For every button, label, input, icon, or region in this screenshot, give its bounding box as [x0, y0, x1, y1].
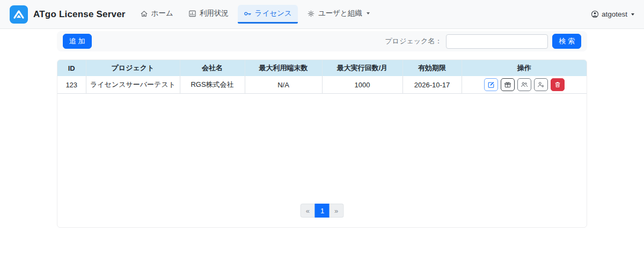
usage-chart-icon — [188, 10, 196, 18]
col-header-expiry: 有効期限 — [402, 60, 462, 76]
person-circle-icon — [591, 10, 599, 18]
gift-button[interactable] — [501, 78, 515, 91]
table-row: 123 ライセンスサーバーテスト RGS株式会社 N/A 1000 2026-1… — [57, 76, 587, 94]
project-name-input[interactable] — [446, 34, 548, 49]
main-nav: ホーム 利用状況 ライセンス ユーザと組織 — [134, 5, 376, 24]
col-header-id: ID — [57, 60, 86, 76]
gift-icon — [504, 81, 511, 88]
nav-label: 利用状況 — [200, 9, 229, 18]
nav-item-users-orgs[interactable]: ユーザと組織 — [301, 5, 376, 24]
cell-max-devices: N/A — [245, 76, 322, 94]
main-content: 追 加 プロジェック名： 検 索 ID プロジェクト 会社名 最大利用端末数 最… — [57, 31, 587, 228]
edit-button[interactable] — [484, 78, 498, 91]
col-header-max-devices: 最大利用端末数 — [245, 60, 322, 76]
table-header-row: ID プロジェクト 会社名 最大利用端末数 最大実行回数/月 有効期限 操作 — [57, 60, 587, 76]
nav-label: ホーム — [151, 9, 173, 18]
nav-item-license[interactable]: ライセンス — [238, 5, 298, 24]
person-gear-icon — [537, 81, 545, 88]
cell-company: RGS株式会社 — [180, 76, 245, 94]
search-button[interactable]: 検 索 — [552, 34, 581, 49]
members-button[interactable] — [517, 78, 531, 91]
cell-id: 123 — [57, 76, 86, 94]
cell-expiry: 2026-10-17 — [402, 76, 462, 94]
col-header-actions: 操作 — [462, 60, 587, 76]
license-table-card: ID プロジェクト 会社名 最大利用端末数 最大実行回数/月 有効期限 操作 1… — [57, 59, 587, 228]
pagination: « 1 » — [301, 204, 344, 218]
app-title: ATgo License Server — [33, 9, 126, 20]
col-header-project: プロジェクト — [86, 60, 180, 76]
top-navbar: ATgo License Server ホーム 利用状況 ライセンス ユーザと組… — [0, 0, 644, 29]
nav-item-usage[interactable]: 利用状況 — [182, 5, 235, 24]
pagination-next-button[interactable]: » — [330, 204, 343, 218]
member-settings-button[interactable] — [534, 78, 548, 91]
user-name: atgotest — [602, 10, 627, 18]
cell-project: ライセンスサーバーテスト — [86, 76, 180, 94]
toolbar: 追 加 プロジェック名： 検 索 — [57, 31, 587, 51]
edit-icon — [487, 81, 495, 88]
delete-button[interactable] — [551, 78, 565, 91]
trash-icon — [554, 81, 561, 88]
cell-actions — [462, 76, 587, 94]
search-group: プロジェック名： 検 索 — [385, 34, 581, 49]
license-table: ID プロジェクト 会社名 最大利用端末数 最大実行回数/月 有効期限 操作 1… — [57, 60, 587, 94]
brand[interactable]: ATgo License Server — [10, 5, 126, 24]
home-icon — [140, 10, 148, 18]
add-button[interactable]: 追 加 — [63, 34, 92, 49]
app-logo-icon — [10, 5, 28, 24]
col-header-max-runs: 最大実行回数/月 — [322, 60, 402, 76]
chevron-down-icon — [367, 12, 370, 14]
pagination-page-1[interactable]: 1 — [315, 204, 330, 218]
nav-item-home[interactable]: ホーム — [134, 5, 179, 24]
cell-max-runs: 1000 — [322, 76, 402, 94]
nav-label: ユーザと組織 — [318, 9, 362, 18]
search-label: プロジェック名： — [385, 36, 442, 46]
pagination-prev-button[interactable]: « — [301, 204, 315, 218]
people-icon — [521, 81, 528, 88]
gear-icon — [307, 10, 315, 18]
key-icon — [244, 10, 252, 18]
user-menu[interactable]: atgotest — [591, 10, 634, 18]
col-header-company: 会社名 — [180, 60, 245, 76]
chevron-down-icon — [631, 13, 634, 16]
nav-label: ライセンス — [255, 9, 292, 18]
